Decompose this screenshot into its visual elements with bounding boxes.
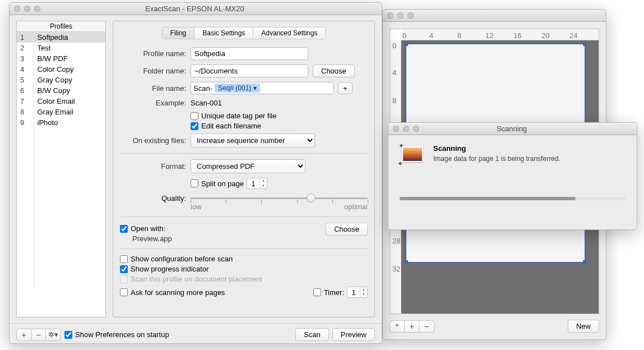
split-page-spinner[interactable]: ▴▾ (247, 178, 267, 189)
preview-star-button[interactable]: * (390, 321, 405, 332)
profiles-list[interactable]: Profiles 1Softpedia2Test3B/W PDF4Color C… (16, 21, 106, 317)
traffic-lights[interactable] (387, 12, 414, 19)
scan-titlebar: Scanning (388, 123, 637, 135)
gear-icon: ✲▾ (48, 331, 58, 339)
preview-button[interactable]: Preview (332, 328, 375, 341)
ask-more-checkbox[interactable]: Ask for scanning more pages (120, 288, 313, 297)
tab-basic[interactable]: Basic Settings (194, 27, 253, 39)
settings-tabs: Filing Basic Settings Advanced Settings (162, 27, 326, 39)
open-with-checkbox[interactable]: Open with: (120, 224, 326, 233)
on-existing-label: On existing files: (120, 136, 186, 145)
add-profile-button[interactable]: + (17, 329, 31, 340)
example-label: Example: (120, 99, 186, 107)
chevron-up-icon: ▴ (260, 178, 267, 183)
profiles-header: Profiles (17, 21, 105, 32)
profile-row[interactable]: 6B/W Copy (17, 85, 105, 96)
main-titlebar: ExactScan - EPSON AL-MX20 (10, 3, 382, 15)
profile-gear-button[interactable]: ✲▾ (46, 329, 61, 340)
ruler-horizontal: 0 4 8 12 16 20 24 (401, 29, 599, 40)
quality-label: Quality: (120, 194, 186, 202)
settings-panel: Filing Basic Settings Advanced Settings … (113, 21, 375, 317)
window-title: ExactScan - EPSON AL-MX20 (12, 4, 377, 13)
on-existing-select[interactable]: Increase sequence number (191, 133, 315, 148)
scan-on-placement-checkbox: Scan this profile on document placement (120, 275, 368, 283)
folder-name-label: Folder name: (120, 67, 186, 75)
show-progress-checkbox[interactable]: Show progress indicator (120, 265, 368, 273)
scan-message: Image data for page 1 is being transferr… (433, 155, 560, 163)
show-prefs-checkbox[interactable]: Show Preferences on startup (64, 330, 169, 339)
profile-name-label: Profile name: (120, 49, 186, 58)
tab-advanced[interactable]: Advanced Settings (253, 27, 325, 39)
timer-checkbox[interactable]: Timer: ▴▾ (313, 287, 368, 298)
preview-add-button[interactable]: + (405, 321, 419, 332)
format-select[interactable]: Compressed PDF (191, 159, 305, 173)
add-token-button[interactable]: + (338, 82, 353, 94)
quality-slider[interactable] (191, 192, 368, 204)
preview-titlebar (383, 10, 606, 22)
file-name-label: File name: (120, 84, 186, 93)
unique-date-checkbox[interactable]: Unique date tag per file (191, 112, 368, 120)
show-config-checkbox[interactable]: Show configuration before scan (120, 255, 368, 263)
format-label: Format: (120, 162, 186, 171)
seq-token[interactable]: Seq# (001) ▾ (215, 84, 260, 93)
scanning-window: Scanning ✦ ✦ Scanning Image data for pag… (388, 122, 637, 230)
choose-app-button[interactable]: Choose (326, 223, 368, 236)
folder-name-input[interactable] (191, 65, 308, 77)
scan-heading: Scanning (433, 144, 560, 153)
remove-profile-button[interactable]: − (31, 329, 46, 340)
scan-window-title: Scanning (391, 125, 632, 133)
chevron-down-icon: ▾ (360, 292, 367, 297)
tab-filing[interactable]: Filing (163, 27, 195, 39)
profile-row[interactable]: 5Gray Copy (17, 75, 105, 85)
profile-row[interactable]: 9iPhoto (17, 117, 105, 128)
scan-button[interactable]: Scan (295, 328, 329, 341)
profile-row[interactable]: 3B/W PDF (17, 53, 105, 64)
main-window: ExactScan - EPSON AL-MX20 Profiles 1Soft… (9, 2, 382, 344)
file-name-input[interactable]: Scan- Seq# (001) ▾ (191, 82, 333, 94)
timer-spinner[interactable]: ▴▾ (347, 287, 368, 298)
scan-progress-bar (400, 197, 626, 200)
open-with-app: Preview.app (132, 234, 326, 243)
profile-row[interactable]: 2Test (17, 43, 105, 53)
chevron-down-icon: ▾ (260, 183, 267, 188)
profiles-toolbar: + − ✲▾ (16, 329, 61, 341)
example-value: Scan-001 (191, 99, 222, 107)
choose-folder-button[interactable]: Choose (313, 65, 355, 77)
preview-remove-button[interactable]: − (419, 321, 434, 332)
preview-list-toolbar: * + − (390, 320, 434, 333)
profile-row[interactable]: 8Gray Email (17, 107, 105, 117)
profile-row[interactable]: 4Color Copy (17, 64, 105, 75)
edit-each-checkbox[interactable]: Edit each filename (191, 122, 368, 130)
chevron-up-icon: ▴ (360, 287, 367, 292)
profile-row[interactable]: 7Color Email (17, 96, 105, 107)
profile-row[interactable]: 1Softpedia (17, 32, 105, 43)
new-button[interactable]: New (568, 320, 599, 333)
scan-thumbnail-icon: ✦ ✦ (400, 144, 424, 165)
split-page-checkbox[interactable]: Split on page ▴▾ (191, 178, 368, 189)
profile-name-input[interactable] (191, 47, 308, 60)
